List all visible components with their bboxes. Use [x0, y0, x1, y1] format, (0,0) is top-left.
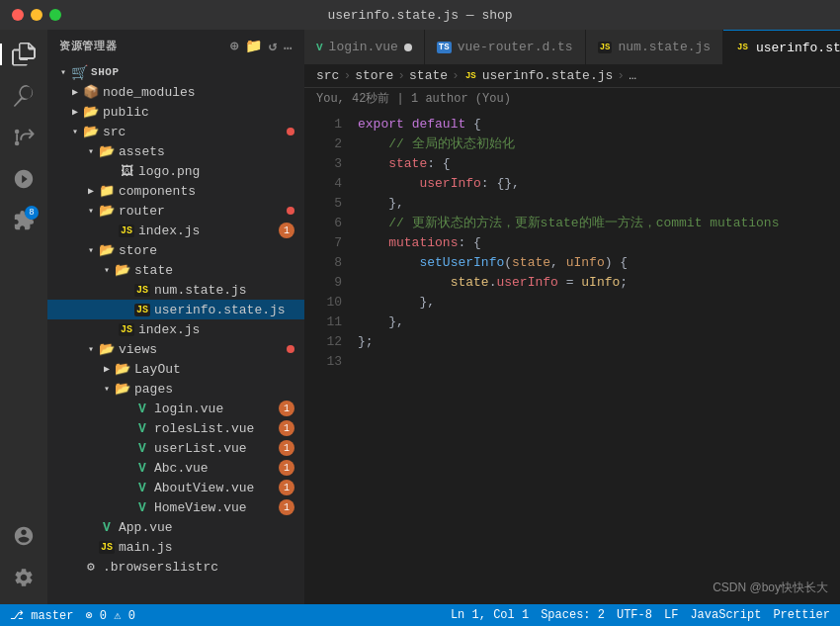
arrow-assets: ▾ [83, 143, 99, 159]
folder-icon-src: 📂 [83, 124, 99, 139]
breadcrumb-file[interactable]: JS userinfo.state.js [463, 68, 613, 83]
label-aboutview: AboutView.vue [154, 481, 254, 495]
code-line-11: }, [354, 313, 840, 332]
git-blame: You, 42秒前 | 1 author (You) [304, 88, 840, 111]
tree-homeview-vue[interactable]: ▶ V HomeView.vue 1 [47, 497, 304, 517]
tree-public[interactable]: ▶ 📂 public [47, 102, 304, 122]
new-folder-icon[interactable]: 📁 [245, 38, 263, 54]
tree-views[interactable]: ▾ 📂 views [47, 339, 304, 359]
tree-store-index[interactable]: ▶ JS index.js [47, 319, 304, 339]
tree-userlist-vue[interactable]: ▶ V userList.vue 1 [47, 438, 304, 458]
breadcrumb-store[interactable]: store [355, 68, 393, 83]
code-line-12: }; [354, 332, 840, 352]
breadcrumb-src[interactable]: src [316, 68, 339, 83]
activity-search[interactable] [7, 79, 41, 113]
file-tree: ▾ 🛒 SHOP ▶ 📦 node_modules ▶ 📂 public ▾ 📂… [47, 62, 304, 604]
editor-area: V login.vue TS vue-router.d.ts JS num.st… [304, 30, 840, 604]
titlebar: userinfo.state.js — shop [0, 0, 840, 30]
config-icon-browserslistrc: ⚙ [83, 559, 99, 575]
tree-aboutview-vue[interactable]: ▶ V AboutView.vue 1 [47, 478, 304, 497]
status-formatter[interactable]: Prettier [773, 608, 830, 622]
collapse-icon[interactable]: … [284, 38, 293, 54]
label-router-index: index.js [138, 224, 200, 238]
folder-icon-public: 📂 [83, 104, 99, 120]
activity-account[interactable] [7, 519, 41, 553]
status-encoding[interactable]: UTF-8 [617, 608, 652, 622]
tree-components[interactable]: ▶ 📁 components [47, 181, 304, 201]
code-editor[interactable]: 1 2 3 4 5 6 7 8 9 10 11 12 13 export def… [304, 111, 840, 604]
tab-bar: V login.vue TS vue-router.d.ts JS num.st… [304, 30, 840, 64]
code-line-4: userInfo: {}, [354, 174, 840, 194]
arrow-layout: ▶ [99, 361, 115, 377]
arrow-node-modules: ▶ [67, 84, 83, 100]
label-router: router [119, 204, 165, 219]
label-userinfo-state: userinfo.state.js [154, 303, 286, 317]
code-content[interactable]: export default { // 全局的状态初始化 state: { us… [354, 111, 840, 604]
tree-login-vue[interactable]: ▶ V login.vue 1 [47, 399, 304, 418]
folder-icon-pages: 📂 [115, 381, 130, 397]
tree-assets[interactable]: ▾ 📂 assets [47, 141, 304, 161]
vue-icon-homeview: V [134, 499, 150, 515]
tree-num-state[interactable]: ▶ JS num.state.js [47, 280, 304, 300]
tree-main-js[interactable]: ▶ JS main.js [47, 537, 304, 557]
code-line-9: state.userInfo = uInfo; [354, 273, 840, 293]
breadcrumb-state[interactable]: state [409, 68, 448, 83]
status-eol[interactable]: LF [664, 608, 678, 622]
status-ln-col[interactable]: Ln 1, Col 1 [451, 608, 529, 622]
tree-userinfo-state[interactable]: ▶ JS userinfo.state.js [47, 300, 304, 319]
activity-explorer[interactable] [7, 38, 41, 71]
tree-layout[interactable]: ▶ 📂 LayOut [47, 359, 304, 379]
arrow-components: ▶ [83, 183, 99, 199]
label-state: state [134, 263, 173, 278]
activity-git[interactable] [7, 121, 41, 154]
folder-icon-layout: 📂 [115, 361, 130, 377]
tree-state[interactable]: ▾ 📂 state [47, 260, 304, 280]
status-language[interactable]: JavaScript [690, 608, 761, 622]
tree-pages[interactable]: ▾ 📂 pages [47, 379, 304, 399]
sidebar-title: 资源管理器 [59, 39, 117, 53]
tree-src[interactable]: ▾ 📂 src [47, 122, 304, 141]
label-browserslistrc: .browserslistrc [103, 560, 218, 575]
code-line-7: mutations: { [354, 233, 840, 253]
code-line-10: }, [354, 293, 840, 313]
tab-userinfo-state-js[interactable]: JS userinfo.state.js × [723, 30, 840, 64]
label-userlist: userList.vue [154, 441, 247, 456]
label-views: views [119, 342, 157, 357]
minimize-dot[interactable] [31, 9, 42, 21]
label-public: public [103, 105, 149, 120]
tree-roleslist-vue[interactable]: ▶ V rolesList.vue 1 [47, 418, 304, 438]
label-pages: pages [134, 382, 173, 397]
tree-abc-vue[interactable]: ▶ V Abc.vue 1 [47, 458, 304, 478]
status-errors[interactable]: ⊗ 0 ⚠ 0 [85, 608, 134, 623]
tree-router-index[interactable]: ▶ JS index.js 1 [47, 221, 304, 240]
label-components: components [119, 184, 196, 199]
tree-logo-png[interactable]: ▶ 🖼 logo.png [47, 161, 304, 181]
tree-router[interactable]: ▾ 📂 router [47, 201, 304, 221]
badge-aboutview: 1 [279, 480, 294, 495]
new-file-icon[interactable]: ⊕ [230, 38, 239, 54]
activity-debug[interactable] [7, 162, 41, 196]
activity-bottom [7, 519, 41, 604]
label-abc: Abc.vue [154, 461, 209, 476]
status-spaces[interactable]: Spaces: 2 [541, 608, 605, 622]
tree-browserslistrc[interactable]: ▶ ⚙ .browserslistrc [47, 557, 304, 577]
maximize-dot[interactable] [49, 9, 61, 21]
status-branch[interactable]: ⎇ master [10, 608, 73, 623]
tab-vue-router-dts[interactable]: TS vue-router.d.ts [425, 30, 586, 64]
refresh-icon[interactable]: ↺ [269, 38, 278, 54]
tree-root-shop[interactable]: ▾ 🛒 SHOP [47, 62, 304, 82]
activity-extensions[interactable]: 8 [7, 204, 41, 237]
tree-node-modules[interactable]: ▶ 📦 node_modules [47, 82, 304, 102]
breadcrumb-ellipsis[interactable]: … [629, 68, 636, 83]
arrow-store: ▾ [83, 242, 99, 258]
label-login: login.vue [154, 402, 223, 416]
close-dot[interactable] [12, 9, 24, 21]
label-app-vue: App.vue [119, 520, 173, 535]
activity-settings[interactable] [7, 561, 41, 594]
tab-num-state-js[interactable]: JS num.state.js [586, 30, 723, 64]
watermark-text: CSDN @boy快快长大 [713, 581, 828, 594]
tree-store[interactable]: ▾ 📂 store [47, 240, 304, 260]
tree-app-vue[interactable]: ▶ V App.vue [47, 517, 304, 537]
tab-modified-login [404, 44, 412, 51]
tab-login-vue[interactable]: V login.vue [304, 30, 425, 64]
